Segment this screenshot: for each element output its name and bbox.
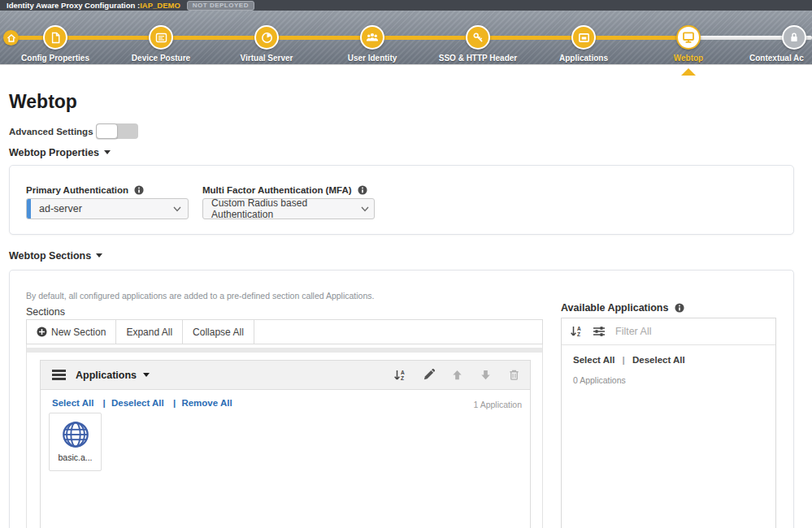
home-icon — [7, 33, 16, 43]
application-tile[interactable]: basic.a... — [49, 413, 102, 471]
step-webtop[interactable] — [676, 25, 701, 50]
link-separator: | — [103, 398, 106, 408]
document-icon — [49, 31, 63, 45]
trash-icon[interactable] — [508, 369, 520, 381]
expand-all-label: Expand All — [126, 327, 172, 338]
collapse-all-label: Collapse All — [193, 327, 244, 338]
collapse-all-button[interactable]: Collapse All — [183, 320, 254, 344]
svg-text:Z: Z — [401, 375, 404, 381]
primary-auth-label: Primary Authentication — [26, 185, 144, 195]
home-step[interactable] — [3, 30, 19, 45]
selection-links: Select All | Deselect All | Remove All — [52, 398, 232, 408]
status-badge: NOT DEPLOYED — [187, 1, 254, 11]
svg-text:A: A — [401, 370, 405, 375]
available-applications-label-text: Available Applications — [561, 302, 668, 314]
step-device-posture[interactable] — [149, 25, 173, 50]
plus-circle-icon — [37, 327, 47, 337]
sort-az-icon[interactable]: AZ — [393, 369, 406, 382]
application-count: 1 Application — [473, 400, 522, 409]
step-sso-http-header[interactable] — [466, 25, 490, 50]
advanced-settings-toggle[interactable] — [96, 123, 138, 139]
applications-section-card: Applications AZ — [40, 360, 531, 528]
mfa-label: Multi Factor Authentication (MFA) — [202, 185, 367, 195]
sections-description: By default, all configured applications … — [26, 291, 374, 301]
app-window-icon — [577, 31, 591, 45]
filter-input[interactable] — [615, 326, 767, 337]
svg-text:Z: Z — [577, 331, 580, 337]
step-user-identity[interactable] — [360, 25, 384, 50]
step-contextual-access[interactable] — [782, 25, 806, 50]
sort-az-icon[interactable]: AZ — [570, 325, 583, 338]
sections-label: Sections — [26, 306, 65, 318]
primary-auth-label-text: Primary Authentication — [26, 185, 128, 195]
config-name: IAP_DEMO — [140, 1, 180, 10]
step-virtual-server[interactable] — [254, 25, 279, 50]
horizontal-scrollbar[interactable] — [27, 348, 542, 353]
select-accent-bar — [27, 199, 31, 219]
primary-auth-select[interactable]: ad-server — [26, 198, 189, 219]
id-card-icon — [154, 31, 168, 45]
available-applications-label: Available Applications — [561, 302, 684, 314]
webtop-sections-heading-label: Webtop Sections — [9, 250, 91, 262]
link-separator: | — [173, 398, 176, 408]
chevron-down-icon — [104, 150, 111, 154]
chevron-down-icon — [173, 206, 181, 212]
expand-all-button[interactable]: Expand All — [116, 320, 183, 344]
web-app-globe-icon — [60, 419, 91, 450]
new-section-label: New Section — [51, 327, 106, 338]
webtop-properties-heading-label: Webtop Properties — [9, 147, 99, 158]
svg-text:A: A — [577, 326, 581, 331]
info-icon[interactable] — [358, 185, 367, 195]
webtop-properties-heading[interactable]: Webtop Properties — [9, 147, 111, 158]
step-label-webtop: Webtop — [623, 54, 753, 63]
available-applications-toolbar: AZ — [562, 318, 775, 345]
wizard-stepper: Config Properties Device Posture Virtual… — [0, 11, 812, 65]
step-config-properties[interactable] — [43, 25, 67, 50]
move-down-icon[interactable] — [480, 369, 492, 381]
select-all-link[interactable]: Select All — [52, 398, 93, 408]
move-up-icon[interactable] — [451, 369, 463, 381]
mfa-value: Custom Radius based Authentication — [211, 197, 361, 220]
select-all-link[interactable]: Select All — [573, 355, 614, 365]
available-applications-count: 0 Applications — [573, 375, 626, 385]
key-icon — [471, 31, 485, 45]
mfa-label-text: Multi Factor Authentication (MFA) — [202, 185, 352, 195]
users-group-icon — [365, 30, 380, 45]
chevron-down-icon — [96, 253, 102, 258]
sections-list-container: Applications AZ — [26, 344, 543, 528]
step-applications[interactable] — [571, 25, 596, 50]
filter-sliders-icon[interactable] — [593, 326, 606, 337]
info-icon[interactable] — [675, 303, 684, 313]
titlebar-title: Identity Aware Proxy Configuration : — [7, 1, 140, 10]
chevron-down-icon — [361, 206, 369, 212]
remove-all-link[interactable]: Remove All — [181, 398, 232, 408]
chevron-down-icon[interactable] — [143, 373, 150, 377]
deselect-all-link[interactable]: Deselect All — [111, 398, 164, 408]
link-separator: | — [623, 355, 625, 365]
toggle-knob — [96, 123, 118, 139]
sections-toolbar: New Section Expand All Collapse All — [26, 319, 543, 344]
active-step-caret — [681, 68, 696, 76]
deselect-all-link[interactable]: Deselect All — [632, 355, 685, 365]
page-title: Webtop — [9, 91, 77, 113]
available-applications-panel: AZ Select All | Deselect All 0 Applicati… — [561, 318, 776, 528]
webtop-sections-heading[interactable]: Webtop Sections — [9, 250, 102, 262]
titlebar: Identity Aware Proxy Configuration : IAP… — [0, 0, 812, 11]
monitor-icon — [681, 30, 696, 45]
lock-icon — [788, 31, 801, 44]
advanced-settings-label: Advanced Settings — [9, 127, 93, 136]
applications-section-title[interactable]: Applications — [76, 370, 137, 381]
available-selection-links: Select All | Deselect All — [573, 355, 685, 365]
mfa-select[interactable]: Custom Radius based Authentication — [202, 198, 375, 219]
application-name: basic.a... — [52, 452, 98, 462]
globe-icon — [260, 31, 274, 45]
primary-auth-value: ad-server — [39, 203, 82, 214]
applications-section-header: Applications AZ — [41, 361, 530, 390]
new-section-button[interactable]: New Section — [27, 320, 116, 344]
webtop-properties-panel: Primary Authentication ad-server Multi F… — [9, 165, 794, 235]
info-icon[interactable] — [134, 185, 144, 195]
drag-handle-icon[interactable] — [52, 370, 66, 380]
step-label-contextual-access: Contextual Ac — [749, 54, 804, 63]
edit-pencil-icon[interactable] — [423, 369, 435, 381]
